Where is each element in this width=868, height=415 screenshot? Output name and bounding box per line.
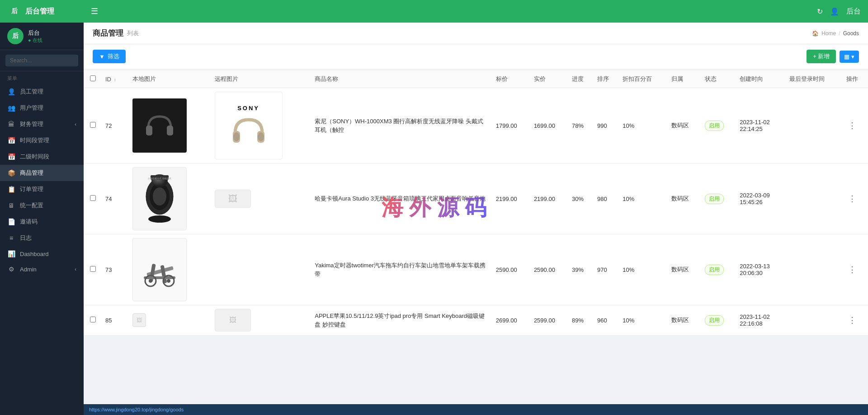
topbar-right: ↻ 👤 后台 [817,7,861,16]
row-checkbox[interactable] [90,195,96,201]
row-discount: 10% [619,305,668,336]
svg-point-20 [167,279,170,283]
sidebar-item-label: 员工管理 [20,88,43,96]
th-name: 商品名称 [311,70,492,88]
row-action: ⋮ [843,163,868,234]
admin-icon: ⚙ [7,266,15,273]
user-icon[interactable]: 👤 [830,7,839,16]
select-all-checkbox[interactable] [90,75,96,81]
view-toggle-button[interactable]: ▦ ▾ [840,51,859,63]
row-local-img: 🖼 [129,305,211,336]
row-local-img: 多种连接方式 轻松便携 [129,163,211,234]
action-more-button[interactable]: ⋮ [846,263,858,276]
timeslot-icon: 📅 [7,137,15,144]
svg-rect-1 [167,126,173,135]
row-checkbox[interactable] [90,266,96,272]
sidebar-item-dashboard[interactable]: 📊 Dashboard [0,246,84,261]
sidebar-item-finance[interactable]: 🏛 财务管理 ‹ [0,116,84,132]
sidebar-user-info: 后台 ● 在线 [28,29,42,44]
sidebar-header-title: 后台管理 [25,7,54,16]
search-input[interactable] [5,55,78,66]
row-status: 启用 [701,305,736,336]
menu-toggle-button[interactable]: ☰ [91,6,98,16]
sidebar-item-user[interactable]: 👥 用户管理 [0,100,84,116]
sidebar-search-container [0,50,84,71]
status-badge: 启用 [705,194,724,204]
sidebar-item-label: Admin [20,266,37,273]
th-category: 归属 [668,70,701,88]
filter-icon: ▼ [99,53,105,60]
sidebar-item-label: Dashboard [20,251,49,257]
svg-point-10 [148,215,171,223]
status-badge: 启用 [705,315,724,326]
action-more-button[interactable]: ⋮ [846,119,858,132]
sidebar-item-staff[interactable]: 👤 员工管理 [0,84,84,100]
th-local-img: 本地图片 [129,70,211,88]
row-actual-price: 1699.00 [530,88,568,163]
row-progress: 30% [568,163,594,234]
sidebar-item-label: 日志 [20,234,32,242]
row-checkbox[interactable] [90,122,96,128]
sidebar-item-label: 时间段管理 [20,136,49,145]
th-id[interactable]: ID ↕ [102,70,129,88]
row-status: 启用 [701,234,736,305]
sidebar-user: 后 后台 ● 在线 [0,23,84,50]
th-remote-img: 远程图片 [211,70,311,88]
svg-point-19 [149,279,152,283]
topbar-username: 后台 [846,7,861,16]
sidebar-item-timeslot2[interactable]: 📅 二级时间段 [0,149,84,165]
sidebar-item-label: 邀请码 [20,218,38,226]
row-last-login [786,88,843,163]
breadcrumb-separator: / [839,30,840,37]
breadcrumb: 🏠 Home / Goods [812,30,859,37]
row-status: 启用 [701,163,736,234]
sidebar-item-log[interactable]: ≡ 日志 [0,230,84,246]
log-icon: ≡ [7,234,15,242]
row-action: ⋮ [843,305,868,336]
th-action: 操作 [843,70,868,88]
status-badge: 启用 [705,121,724,131]
table-header-row: ID ↕ 本地图片 远程图片 商品名称 标价 实价 进度 排序 折扣百分百 归属… [84,70,868,88]
filter-button[interactable]: ▼ 筛选 [93,50,126,63]
row-progress: 89% [568,305,594,336]
sidebar-logo: 后 [7,4,22,19]
row-id: 74 [102,163,129,234]
orders-icon: 📋 [7,186,15,193]
product-table-container: ID ↕ 本地图片 远程图片 商品名称 标价 实价 进度 排序 折扣百分百 归属… [84,70,868,336]
row-remote-img: SONY [211,88,311,163]
sidebar-item-timeslot[interactable]: 📅 时间段管理 [0,132,84,149]
row-checkbox[interactable] [90,317,96,322]
row-local-img [129,234,211,305]
breadcrumb-home-link[interactable]: Home [821,30,836,37]
avatar: 后 [7,28,24,44]
sidebar-item-orders[interactable]: 📋 订单管理 [0,181,84,197]
row-created: 2023-11-0222:14:25 [736,88,786,163]
sidebar-item-label: 二级时间段 [20,153,49,161]
refresh-icon[interactable]: ↻ [817,7,823,16]
row-product-name: 索尼（SONY）WH-1000XM3 圈行高解析度无线蓝牙降噪 头戴式耳机（触控 [311,88,492,163]
page-subtitle: 列表 [127,29,139,37]
row-progress: 39% [568,234,594,305]
add-product-button[interactable]: + 新增 [807,50,836,63]
action-more-button[interactable]: ⋮ [846,313,858,327]
bottom-bar: https://www.jingdong20.top/jingdong/good… [84,404,868,415]
sidebar-item-admin[interactable]: ⚙ Admin ‹ [0,261,84,277]
row-product-name: 哈曼卡顿Aura Studio 3无线蓝牙音箱琉璃三代家用桌面音响低音炮 [311,163,492,234]
sidebar-item-invite[interactable]: 📄 邀请码 [0,214,84,230]
topbar-left: ☰ [91,6,98,16]
row-sort: 990 [594,88,619,163]
table-row: 74 [84,163,868,234]
row-discount: 10% [619,234,668,305]
th-sort: 排序 [594,70,619,88]
sidebar-user-status: ● 在线 [28,37,42,44]
sidebar-item-goods[interactable]: 📦 商品管理 [0,165,84,181]
row-remote-img: 🖼 [211,305,311,336]
bottom-url: https://www.jingdong20.top/jingdong/good… [89,407,184,412]
action-more-button[interactable]: ⋮ [846,192,858,205]
sidebar-item-label: 订单管理 [20,185,43,193]
row-last-login [786,305,843,336]
remote-image-placeholder: 🖼 [215,309,251,331]
row-created: 2023-11-0222:16:08 [736,305,786,336]
sidebar-item-config[interactable]: 🖥 统一配置 [0,197,84,214]
goods-icon: 📦 [7,169,15,177]
